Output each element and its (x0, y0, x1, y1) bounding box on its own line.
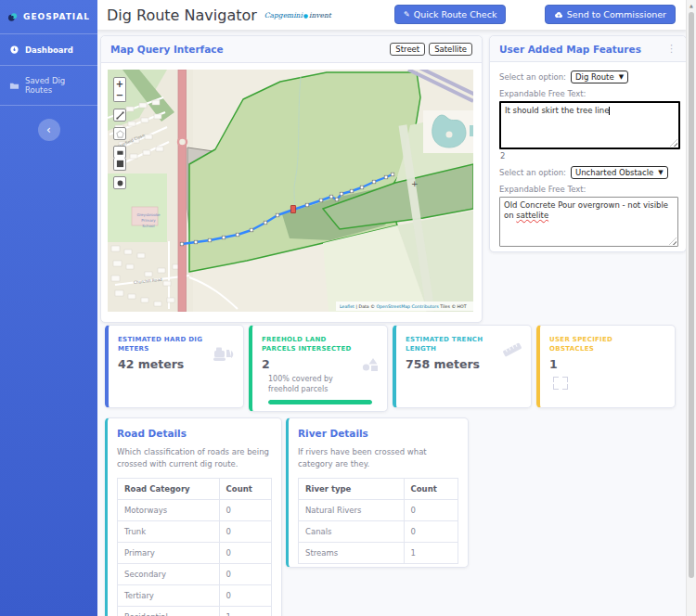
free-text-input-1[interactable]: It should skirt the tree line (499, 101, 680, 149)
sidebar-collapse-button[interactable]: ‹ (38, 119, 60, 141)
sidebar-item-saved-dig-routes[interactable]: Saved Dig Routes (0, 66, 97, 105)
sidebar-item-label: Dashboard (25, 45, 73, 55)
plus-icon: + (116, 79, 123, 89)
stat-value: 1 (549, 357, 665, 371)
quick-route-check-button[interactable]: ✎ Quick Route Check (394, 5, 506, 24)
draw-square-button[interactable] (113, 158, 126, 171)
free-text-value: It should skirt the tree line (505, 106, 609, 115)
feature-type-select-1[interactable]: Dig Route ▼ (571, 71, 628, 83)
kebab-menu-icon[interactable]: ⋮ (666, 43, 677, 55)
route-vertex-marker[interactable] (350, 189, 354, 193)
scrollbar-thumb[interactable] (689, 12, 694, 578)
route-vertex-marker[interactable] (329, 195, 333, 199)
square-tool-icon (116, 160, 124, 168)
feature-type-select-2[interactable]: Uncharted Obstacle ▼ (571, 166, 668, 179)
route-vertex-marker[interactable] (319, 199, 323, 202)
resize-handle[interactable] (669, 237, 677, 245)
user-features-card: User Added Map Features ⋮ Select an opti… (489, 35, 687, 252)
brand[interactable]: GEOSPATIAL (0, 0, 97, 33)
map-canvas[interactable]: + Oakerfield Close Churchill Road Greysb… (108, 70, 473, 312)
selected-option: Dig Route (575, 72, 614, 82)
button-label: Send to Commissioner (567, 9, 666, 19)
circle-tool-icon (116, 179, 124, 187)
route-vertex-marker[interactable] (384, 175, 388, 179)
misspelled-word: sattelite (516, 211, 548, 220)
river-details-description: If rivers have been crossed what categor… (298, 446, 458, 470)
zoom-in-button[interactable]: + (113, 77, 126, 90)
stat-card-obstacles: User Specified Obstacles 1 (536, 325, 676, 408)
table-row: Primary0 (118, 543, 272, 564)
draw-polyline-button[interactable] (113, 109, 126, 122)
pencil-icon: ✎ (404, 10, 410, 19)
table-row: Residential1 (118, 607, 272, 616)
free-text-label: Expandable Free Text: (499, 185, 677, 194)
route-vertex-marker[interactable] (208, 238, 212, 242)
table-row: Tertiary0 (118, 585, 272, 607)
stat-card-hard-dig: Estimated Hard Dig Meters 42 meters (105, 325, 244, 408)
scroll-up-icon[interactable]: ▲ (687, 0, 696, 11)
zoom-out-button[interactable]: − (113, 89, 126, 102)
logo-dot-icon: ● (303, 12, 308, 19)
bulldozer-icon (212, 346, 236, 363)
map-query-card: Map Query Interface Street Satellite (100, 35, 483, 323)
route-vertex-marker[interactable] (276, 213, 279, 217)
road-details-title: Road Details (117, 428, 272, 439)
chevron-down-icon: ▼ (658, 169, 663, 176)
school-label: Primary (141, 218, 156, 223)
parcels-progress-bar (268, 400, 372, 404)
route-vertex-marker[interactable] (180, 242, 184, 246)
obstacle-marker[interactable] (290, 206, 295, 213)
road-details-description: Which classification of roads are being … (117, 446, 272, 470)
route-vertex-marker[interactable] (264, 221, 267, 225)
ruler-icon (501, 340, 523, 359)
text-caret (609, 107, 610, 115)
table-row: Trunk0 (118, 521, 272, 543)
school-label: Greysbrooke (136, 212, 161, 217)
route-vertex-marker[interactable] (250, 228, 253, 232)
sidebar-item-dashboard[interactable]: Dashboard (0, 34, 97, 65)
chevron-down-icon: ▼ (619, 73, 624, 81)
stat-label: User Specified Obstacles (549, 335, 665, 353)
route-vertex-marker[interactable] (222, 236, 226, 239)
table-row: Secondary0 (118, 564, 272, 585)
expand-icon (553, 377, 568, 390)
map-tiles: + Oakerfield Close Churchill Road Greysb… (108, 70, 473, 312)
street-layer-button[interactable]: Street (390, 43, 425, 56)
map-card-title: Map Query Interface (110, 44, 224, 55)
route-vertex-marker[interactable] (360, 186, 364, 189)
select-label: Select an option: (499, 72, 566, 82)
leaflet-link[interactable]: Leaflet (340, 304, 354, 309)
draw-polygon-button[interactable] (113, 127, 126, 140)
send-to-commissioner-button[interactable]: Send to Commissioner (545, 5, 676, 24)
table-row: Canals0 (299, 521, 458, 543)
route-vertex-marker[interactable] (335, 198, 339, 201)
logo-text: invent (309, 11, 331, 19)
column-header: Count (219, 479, 271, 500)
resize-handle[interactable] (670, 139, 677, 147)
route-vertex-marker[interactable] (236, 233, 239, 237)
road-details-card: Road Details Which classification of roa… (105, 417, 282, 616)
brand-label: GEOSPATIAL (23, 12, 90, 21)
osm-link[interactable]: OpenStreetMap Contributors (376, 304, 439, 309)
column-header: River type (299, 479, 405, 500)
draw-rectangle-button[interactable] (113, 146, 126, 159)
selected-option: Uncharted Obstacle (575, 168, 653, 177)
capgemini-invent-logo: Capgemini ● invent (264, 11, 331, 19)
route-vertex-marker[interactable] (305, 203, 309, 207)
logo-text: Capgemini (264, 11, 303, 19)
route-vertex-marker[interactable] (194, 240, 198, 244)
route-vertex-marker[interactable] (340, 192, 343, 196)
column-header: Road Category (118, 479, 220, 500)
draw-marker-button[interactable] (113, 176, 126, 189)
char-count: 2 (500, 151, 677, 160)
free-text-input-2[interactable]: Old Concrete Pour overgrown - not visibl… (499, 197, 678, 247)
select-label: Select an option: (499, 168, 566, 177)
route-vertex-marker[interactable] (391, 173, 394, 176)
primary-road (178, 70, 187, 312)
stat-value: 758 meters (406, 357, 522, 371)
route-vertex-marker[interactable] (372, 180, 376, 184)
sidebar: GEOSPATIAL Dashboard Saved Dig Routes ‹ (0, 0, 97, 616)
page-scrollbar[interactable]: ▲ (686, 0, 696, 616)
river-details-card: River Details If rivers have been crosse… (286, 417, 469, 568)
satellite-layer-button[interactable]: Satellite (429, 43, 472, 56)
